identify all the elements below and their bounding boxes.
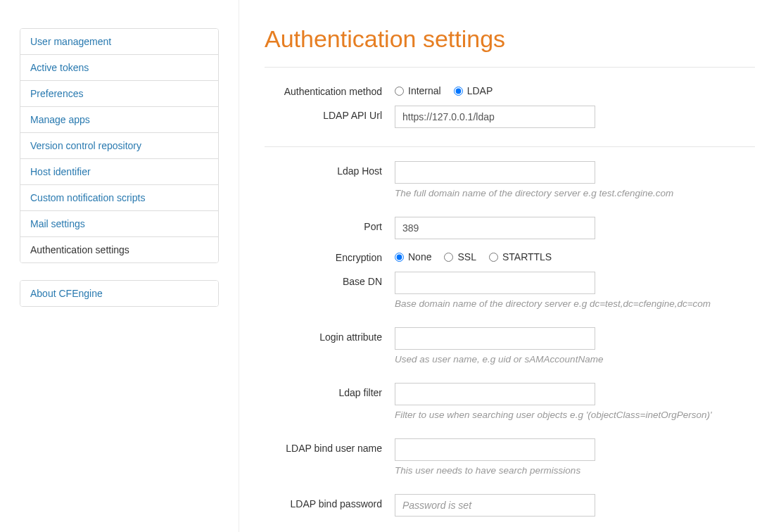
radio-encryption-starttls[interactable]: STARTTLS xyxy=(489,251,552,262)
input-base-dn[interactable] xyxy=(395,272,595,294)
radio-auth-ldap[interactable]: LDAP xyxy=(454,85,493,96)
label-base-dn: Base DN xyxy=(265,272,395,287)
input-bind-password[interactable] xyxy=(395,494,595,517)
hint-ldap-filter: Filter to use when searching user object… xyxy=(395,410,747,420)
row-ldap-host: Ldap Host The full domain name of the di… xyxy=(265,161,755,198)
sidebar-item-preferences[interactable]: Preferences xyxy=(20,81,218,107)
label-encryption: Encryption xyxy=(265,248,395,263)
sidebar-item-version-control[interactable]: Version control repository xyxy=(20,133,218,159)
label-ldap-host: Ldap Host xyxy=(265,161,395,177)
radio-encryption-ssl-input[interactable] xyxy=(444,253,453,262)
input-ldap-api-url[interactable] xyxy=(395,106,595,128)
radio-encryption-none-input[interactable] xyxy=(395,253,404,262)
radio-encryption-starttls-label: STARTTLS xyxy=(502,251,552,262)
row-bind-password: LDAP bind password xyxy=(265,494,755,517)
radio-encryption-ssl-label: SSL xyxy=(457,251,476,262)
main-content: Authentication settings Authentication m… xyxy=(239,0,762,532)
sidebar-nav-group-about: About CFEngine xyxy=(20,280,219,307)
input-ldap-host[interactable] xyxy=(395,161,595,184)
sidebar-item-authentication-settings[interactable]: Authentication settings xyxy=(20,237,218,262)
input-login-attribute[interactable] xyxy=(395,327,595,350)
row-ldap-api-url: LDAP API Url xyxy=(265,106,755,128)
page-title: Authentication settings xyxy=(265,25,755,53)
hint-login-attribute: Used as user name, e.g uid or sAMAccount… xyxy=(395,354,747,365)
input-port[interactable] xyxy=(395,217,595,239)
radio-auth-ldap-input[interactable] xyxy=(454,87,463,96)
row-login-attribute: Login attribute Used as user name, e.g u… xyxy=(265,327,755,365)
label-auth-method: Authentication method xyxy=(265,82,395,97)
radio-encryption-ssl[interactable]: SSL xyxy=(444,251,476,262)
sidebar-nav-group-main: User management Active tokens Preference… xyxy=(20,28,219,263)
label-port: Port xyxy=(265,217,395,232)
sidebar-item-manage-apps[interactable]: Manage apps xyxy=(20,107,218,133)
radio-auth-internal-input[interactable] xyxy=(395,87,404,96)
label-bind-user: LDAP bind user name xyxy=(265,438,395,454)
hint-bind-user: This user needs to have search permissio… xyxy=(395,465,747,476)
radio-auth-internal-label: Internal xyxy=(408,85,441,96)
row-bind-user: LDAP bind user name This user needs to h… xyxy=(265,438,755,476)
label-bind-password: LDAP bind password xyxy=(265,494,395,509)
label-ldap-filter: Ldap filter xyxy=(265,383,395,398)
sidebar-item-host-identifier[interactable]: Host identifier xyxy=(20,159,218,185)
radio-encryption-none-label: None xyxy=(408,251,431,262)
sidebar-item-user-management[interactable]: User management xyxy=(20,29,218,55)
sidebar-item-mail-settings[interactable]: Mail settings xyxy=(20,211,218,237)
hint-base-dn: Base domain name of the directory server… xyxy=(395,298,747,309)
sidebar: User management Active tokens Preference… xyxy=(0,0,239,532)
sidebar-item-custom-notifications[interactable]: Custom notification scripts xyxy=(20,185,218,211)
divider xyxy=(265,67,755,68)
radio-auth-internal[interactable]: Internal xyxy=(395,85,441,96)
input-ldap-filter[interactable] xyxy=(395,383,595,405)
input-bind-user[interactable] xyxy=(395,438,595,461)
label-ldap-api-url: LDAP API Url xyxy=(265,106,395,121)
divider xyxy=(265,146,755,147)
radio-encryption-starttls-input[interactable] xyxy=(489,253,498,262)
row-port: Port xyxy=(265,217,755,239)
sidebar-item-about-cfengine[interactable]: About CFEngine xyxy=(20,281,218,306)
row-ldap-filter: Ldap filter Filter to use when searching… xyxy=(265,383,755,420)
radio-auth-ldap-label: LDAP xyxy=(467,85,493,96)
radio-encryption-none[interactable]: None xyxy=(395,251,431,262)
row-base-dn: Base DN Base domain name of the director… xyxy=(265,272,755,309)
row-auth-method: Authentication method Internal LDAP xyxy=(265,82,755,97)
row-encryption: Encryption None SSL STARTTLS xyxy=(265,248,755,263)
label-login-attribute: Login attribute xyxy=(265,327,395,343)
hint-ldap-host: The full domain name of the directory se… xyxy=(395,188,747,198)
sidebar-item-active-tokens[interactable]: Active tokens xyxy=(20,55,218,81)
